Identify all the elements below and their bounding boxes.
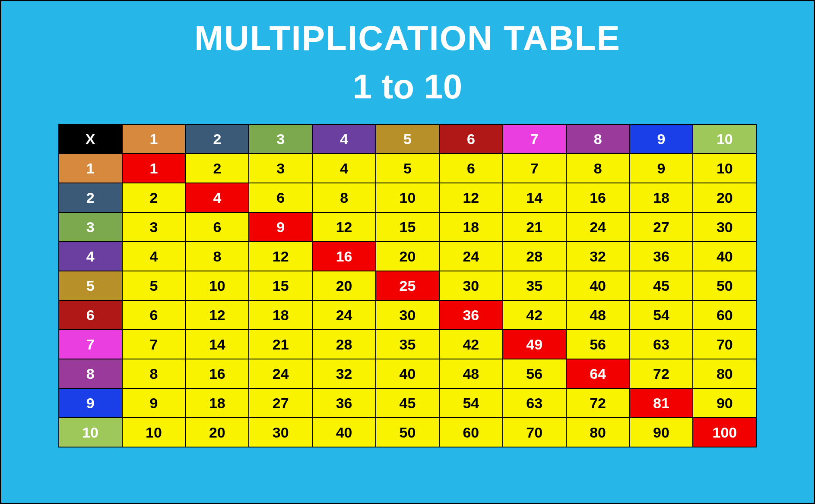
value-cell: 27 [630,212,693,242]
diagonal-cell: 36 [439,300,503,330]
value-cell: 36 [630,242,693,271]
row-header: 5 [59,271,122,300]
row-header: 1 [59,154,122,183]
value-cell: 56 [566,330,630,359]
value-cell: 30 [693,212,756,242]
value-cell: 4 [122,242,186,271]
value-cell: 12 [185,300,249,330]
col-header: 3 [249,124,312,154]
col-header: 6 [439,124,503,154]
diagonal-cell: 25 [376,271,439,300]
value-cell: 40 [376,359,439,388]
value-cell: 6 [185,212,249,242]
col-header: 2 [185,124,249,154]
table-row: 112345678910 [59,154,757,183]
table-row: 4481216202428323640 [59,242,757,271]
col-header: 5 [376,124,439,154]
diagonal-cell: 1 [122,154,186,183]
diagonal-cell: 9 [249,212,312,242]
value-cell: 27 [249,388,312,418]
diagonal-cell: 64 [566,359,630,388]
value-cell: 80 [693,359,756,388]
col-header: 8 [566,124,630,154]
value-cell: 5 [122,271,186,300]
table-row: 88162432404856647280 [59,359,757,388]
value-cell: 35 [503,271,566,300]
table-row: 10102030405060708090100 [59,418,757,447]
value-cell: 6 [249,183,312,212]
row-header: 6 [59,300,122,330]
value-cell: 21 [503,212,566,242]
diagonal-cell: 4 [185,183,249,212]
multiplication-table: X 1 2 3 4 5 6 7 8 9 10 11234567891022468… [58,124,757,447]
value-cell: 24 [312,300,376,330]
value-cell: 15 [376,212,439,242]
value-cell: 24 [566,212,630,242]
value-cell: 8 [312,183,376,212]
col-header: 1 [122,124,186,154]
value-cell: 8 [566,154,630,183]
value-cell: 48 [566,300,630,330]
value-cell: 7 [503,154,566,183]
value-cell: 24 [249,359,312,388]
table-row: 99182736455463728190 [59,388,757,418]
value-cell: 30 [249,418,312,447]
value-cell: 20 [693,183,756,212]
col-header: 9 [630,124,693,154]
value-cell: 6 [439,154,503,183]
value-cell: 54 [630,300,693,330]
table-row: 77142128354249566370 [59,330,757,359]
value-cell: 28 [503,242,566,271]
value-cell: 72 [566,388,630,418]
value-cell: 30 [439,271,503,300]
value-cell: 56 [503,359,566,388]
value-cell: 14 [185,330,249,359]
value-cell: 90 [630,418,693,447]
row-header: 10 [59,418,122,447]
value-cell: 10 [376,183,439,212]
value-cell: 15 [249,271,312,300]
table-row: 55101520253035404550 [59,271,757,300]
header-row: X 1 2 3 4 5 6 7 8 9 10 [59,124,757,154]
value-cell: 8 [185,242,249,271]
row-header: 7 [59,330,122,359]
value-cell: 14 [503,183,566,212]
value-cell: 50 [693,271,756,300]
value-cell: 40 [312,418,376,447]
value-cell: 24 [439,242,503,271]
value-cell: 9 [122,388,186,418]
row-header: 8 [59,359,122,388]
value-cell: 42 [503,300,566,330]
value-cell: 5 [376,154,439,183]
col-header: 10 [693,124,756,154]
value-cell: 16 [566,183,630,212]
value-cell: 9 [630,154,693,183]
value-cell: 48 [439,359,503,388]
value-cell: 90 [693,388,756,418]
value-cell: 20 [312,271,376,300]
value-cell: 3 [122,212,186,242]
value-cell: 21 [249,330,312,359]
value-cell: 45 [630,271,693,300]
value-cell: 70 [503,418,566,447]
col-header: 7 [503,124,566,154]
table-row: 22468101214161820 [59,183,757,212]
value-cell: 63 [630,330,693,359]
diagonal-cell: 49 [503,330,566,359]
value-cell: 63 [503,388,566,418]
value-cell: 12 [249,242,312,271]
value-cell: 28 [312,330,376,359]
table-body: 1123456789102246810121416182033691215182… [59,154,757,447]
row-header: 9 [59,388,122,418]
value-cell: 10 [693,154,756,183]
value-cell: 80 [566,418,630,447]
value-cell: 35 [376,330,439,359]
value-cell: 4 [312,154,376,183]
value-cell: 20 [376,242,439,271]
value-cell: 8 [122,359,186,388]
value-cell: 18 [439,212,503,242]
value-cell: 10 [122,418,186,447]
diagonal-cell: 81 [630,388,693,418]
table-row: 336912151821242730 [59,212,757,242]
corner-cell: X [59,124,122,154]
